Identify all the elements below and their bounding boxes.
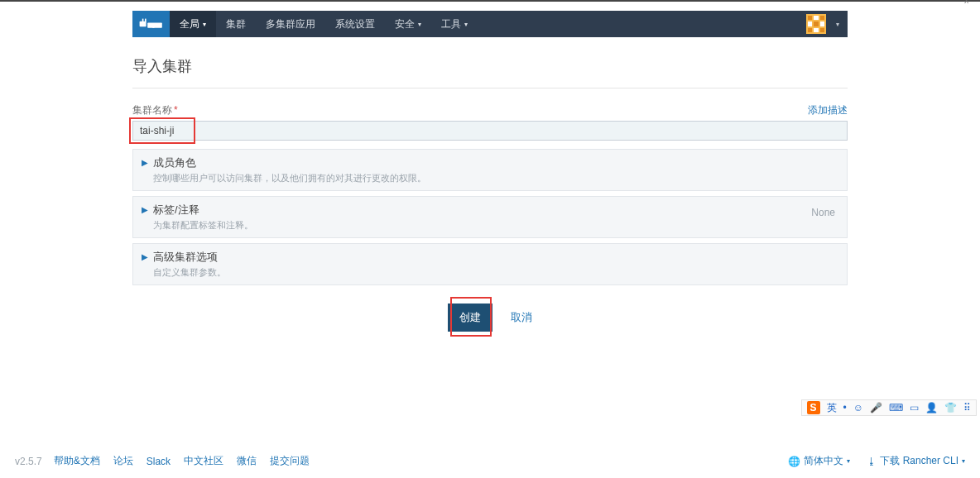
add-description-link[interactable]: 添加描述 — [808, 103, 848, 117]
create-button[interactable]: 创建 — [448, 304, 492, 332]
page-title: 导入集群 — [132, 50, 848, 88]
ime-lang-toggle[interactable]: 英 — [827, 401, 837, 415]
nav-settings[interactable]: 系统设置 — [325, 11, 385, 37]
ime-softkbd-icon[interactable]: ▭ — [910, 402, 919, 413]
top-navbar: 全局▾ 集群 多集群应用 系统设置 安全▾ 工具▾ ▾ — [132, 11, 848, 37]
accordion-title: 高级集群选项 — [153, 250, 837, 265]
version-text: v2.5.7 — [15, 456, 42, 467]
triangle-right-icon: ▶ — [142, 205, 148, 214]
accordion-member-roles[interactable]: ▶ 成员角色 控制哪些用户可以访问集群，以及他们拥有的对其进行更改的权限。 — [132, 149, 848, 191]
svg-rect-3 — [145, 19, 147, 22]
footer-link-cn-community[interactable]: 中文社区 — [184, 454, 223, 468]
nav-clusters[interactable]: 集群 — [216, 11, 256, 37]
svg-point-5 — [151, 26, 154, 28]
chevron-down-icon: ▾ — [962, 457, 965, 465]
cluster-name-label: 集群名称* — [132, 103, 178, 117]
svg-rect-0 — [139, 22, 146, 26]
accordion-labels-annotations[interactable]: ▶ 标签/注释 为集群配置标签和注释。 None — [132, 196, 848, 238]
ime-menu-icon[interactable]: ⠿ — [963, 402, 971, 413]
accordion-subtitle: 自定义集群参数。 — [153, 266, 837, 279]
cancel-link[interactable]: 取消 — [511, 310, 532, 325]
user-avatar[interactable] — [806, 14, 826, 34]
accordion-title: 成员角色 — [153, 155, 837, 170]
footer-link-wechat[interactable]: 微信 — [237, 454, 257, 468]
ime-emoji-icon[interactable]: ☺ — [853, 402, 863, 413]
ime-voice-icon[interactable]: 🎤 — [870, 402, 882, 413]
accordion-advanced-options[interactable]: ▶ 高级集群选项 自定义集群参数。 — [132, 243, 848, 285]
footer-link-help[interactable]: 帮助&文档 — [54, 454, 100, 468]
accordion-subtitle: 控制哪些用户可以访问集群，以及他们拥有的对其进行更改的权限。 — [153, 172, 837, 184]
language-selector[interactable]: 🌐 简体中文 ▾ — [788, 454, 850, 468]
triangle-right-icon: ▶ — [142, 158, 148, 167]
svg-rect-2 — [142, 19, 143, 22]
rancher-logo[interactable] — [132, 11, 170, 37]
cluster-name-input[interactable] — [132, 121, 848, 141]
user-menu-caret[interactable]: ▾ — [828, 21, 848, 28]
scroll-top-caret: ^ — [964, 0, 968, 8]
ime-skin-icon[interactable]: 👕 — [944, 402, 957, 413]
accordion-right-text: None — [811, 207, 835, 218]
sogou-logo-icon[interactable]: S — [807, 401, 820, 414]
footer-link-forum[interactable]: 论坛 — [113, 454, 133, 468]
accordion-title: 标签/注释 — [153, 203, 837, 217]
nav-security[interactable]: 安全▾ — [385, 11, 431, 37]
footer-link-slack[interactable]: Slack — [147, 456, 171, 467]
chevron-down-icon: ▾ — [418, 21, 421, 28]
triangle-right-icon: ▶ — [142, 252, 148, 261]
nav-multicluster-apps[interactable]: 多集群应用 — [256, 11, 325, 37]
chevron-down-icon: ▾ — [847, 457, 850, 465]
chevron-down-icon: ▾ — [464, 21, 468, 28]
nav-items: 全局▾ 集群 多集群应用 系统设置 安全▾ 工具▾ — [170, 11, 478, 37]
globe-icon: 🌐 — [788, 456, 800, 467]
chevron-down-icon: ▾ — [203, 21, 206, 28]
nav-global[interactable]: 全局▾ — [170, 11, 216, 37]
download-cli[interactable]: ⭳ 下载 Rancher CLI ▾ — [867, 454, 965, 468]
ime-user-icon[interactable]: 👤 — [925, 402, 938, 413]
footer: v2.5.7 帮助&文档 论坛 Slack 中文社区 微信 提交问题 🌐 简体中… — [15, 454, 965, 468]
accordion-subtitle: 为集群配置标签和注释。 — [153, 219, 837, 232]
svg-point-4 — [158, 24, 161, 26]
download-icon: ⭳ — [867, 456, 877, 467]
ime-keyboard-icon[interactable]: ⌨ — [889, 402, 903, 413]
nav-tools[interactable]: 工具▾ — [431, 11, 478, 37]
ime-toolbar: S 英 • ☺ 🎤 ⌨ ▭ 👤 👕 ⠿ — [801, 399, 977, 416]
footer-link-issue[interactable]: 提交问题 — [270, 454, 310, 468]
ime-punct-icon[interactable]: • — [843, 402, 847, 413]
